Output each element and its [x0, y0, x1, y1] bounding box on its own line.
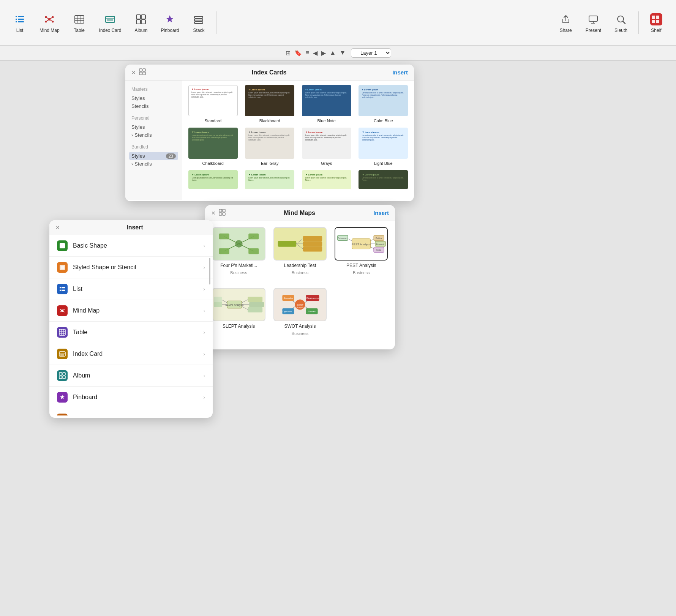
toolbar-list[interactable]: List	[8, 9, 32, 36]
stack-icon-insert	[57, 414, 68, 415]
ic-sidebar-stencils[interactable]: Stencils	[129, 102, 178, 110]
insert-item-mind-map[interactable]: Mind Map ›	[49, 300, 213, 322]
ic-sidebar-styles[interactable]: Styles	[129, 94, 178, 102]
ic-thumb-bluenote: ● Lorem ipsum Lorem ipsum dolor sit amet…	[302, 85, 351, 116]
svg-rect-134	[59, 373, 62, 375]
ic-card-lightblue[interactable]: ▼ Lorem ipsum Lorem ipsum dolor sit amet…	[357, 128, 410, 166]
toolbar-sleuth[interactable]: Sleuth	[609, 9, 633, 36]
align-icon[interactable]: ≡	[305, 49, 310, 57]
layer-bar: ⊞ 🔖 ≡ ◀ ▶ ▲ ▼ Layer 1	[0, 46, 676, 61]
svg-text:Threats: Threats	[308, 310, 316, 313]
ic-card-bluenote[interactable]: ● Lorem ipsum Lorem ipsum dolor sit amet…	[300, 85, 353, 123]
svg-text:Opportun...: Opportun...	[283, 310, 294, 313]
mm-card-fourp[interactable]: Four P's Marketi... Business	[211, 227, 266, 282]
svg-rect-89	[249, 302, 264, 307]
ic-sidebar: Masters Styles Stencils Personal Styles …	[125, 81, 182, 200]
toolbar-indexcard[interactable]: Index Card	[94, 9, 127, 36]
insert-close[interactable]: ✕	[55, 224, 60, 231]
mm-thumb-fourp	[212, 227, 265, 261]
insert-item-stack[interactable]: Stack ›	[49, 408, 213, 415]
svg-rect-56	[248, 234, 259, 240]
ic-card-earlgray[interactable]: ▼ Lorem ipsum Lorem ipsum dolor sit amet…	[244, 128, 296, 166]
insert-table-label: Table	[73, 329, 198, 336]
toolbar-table-label: Table	[74, 28, 85, 33]
svg-rect-117	[62, 289, 65, 289]
insert-index-card-chevron: ›	[203, 351, 205, 357]
list-icon-insert	[57, 284, 68, 294]
ic-card-standard[interactable]: ▼ Lorem ipsum Lorem ipsum dolor sit amet…	[187, 85, 239, 123]
mm-card-swot[interactable]: SWOT Analysis Strengths Weaknesses Oppor…	[272, 288, 327, 343]
ic-card-calmblue[interactable]: ● Lorem ipsum Lorem ipsum dolor sit amet…	[357, 85, 410, 123]
ic-sidebar-personal-stencils[interactable]: ›Stencils	[129, 131, 178, 139]
ic-card-r3a[interactable]: ▼ Lorem ipsum Lorem ipsum dolor sit amet…	[187, 170, 239, 189]
insert-item-list[interactable]: List ›	[49, 278, 213, 300]
ic-card-r3d[interactable]: ▼ Lorem ipsum Lorem ipsum dolor sit amet…	[357, 170, 410, 189]
mind-map-icon-insert	[57, 305, 68, 316]
toolbar-stack[interactable]: Stack	[186, 9, 211, 36]
svg-rect-30	[194, 22, 203, 24]
down-icon[interactable]: ▼	[339, 49, 346, 57]
split-view-icon[interactable]: ⊞	[285, 49, 291, 57]
insert-album-chevron: ›	[203, 373, 205, 379]
toolbar-pinboard[interactable]: Pinboard	[155, 9, 184, 36]
ic-content: ▼ Lorem ipsum Lorem ipsum dolor sit amet…	[182, 81, 414, 200]
scroll-indicator[interactable]	[209, 258, 210, 284]
svg-rect-114	[60, 287, 61, 288]
next-icon[interactable]: ▶	[321, 49, 327, 57]
mm-card-slept[interactable]: SLEPT Analysis SLEPT Analysis	[211, 288, 266, 343]
insert-title: Insert	[63, 224, 207, 231]
basic-shape-icon	[57, 240, 68, 251]
insert-item-album[interactable]: Album ›	[49, 365, 213, 387]
prev-icon[interactable]: ◀	[312, 49, 318, 57]
bookmark-icon[interactable]: 🔖	[294, 49, 303, 57]
ic-card-r3b[interactable]: ▼ Lorem ipsum Lorem ipsum dolor sit amet…	[244, 170, 296, 189]
svg-rect-40	[656, 20, 659, 23]
mind-maps-insert[interactable]: Insert	[373, 210, 389, 216]
ic-thumb-lightblue: ▼ Lorem ipsum Lorem ipsum dolor sit amet…	[359, 128, 408, 159]
insert-item-pinboard[interactable]: Pinboard ›	[49, 387, 213, 408]
ic-grid: ▼ Lorem ipsum Lorem ipsum dolor sit amet…	[187, 85, 409, 189]
up-icon[interactable]: ▲	[329, 49, 336, 57]
ic-card-r3c[interactable]: ▼ Lorem ipsum Lorem ipsum dolor sit amet…	[300, 170, 353, 189]
toolbar-album[interactable]: Album	[129, 9, 153, 36]
svg-rect-43	[139, 72, 142, 75]
ic-card-blackboard[interactable]: ● Lorem ipsum Lorem ipsum dolor sit amet…	[244, 85, 296, 123]
ic-thumb-r3d: ▼ Lorem ipsum Lorem ipsum dolor sit amet…	[359, 170, 408, 189]
insert-item-table[interactable]: Table ›	[49, 322, 213, 343]
index-cards-insert[interactable]: Insert	[392, 69, 408, 76]
toolbar-table[interactable]: Table	[67, 9, 92, 36]
svg-rect-94	[214, 302, 222, 307]
layer-tools-left: ⊞ 🔖 ≡ ◀ ▶ ▲ ▼	[285, 49, 346, 57]
insert-list-label: List	[73, 286, 198, 292]
indexcard-icon	[103, 13, 117, 26]
ic-sidebar-personal-styles[interactable]: Styles	[129, 123, 178, 131]
layer-select[interactable]: Layer 1	[351, 48, 391, 58]
toolbar-share[interactable]: Share	[554, 9, 578, 36]
insert-item-index-card[interactable]: Index Card ›	[49, 343, 213, 365]
mind-maps-close[interactable]: ✕	[211, 210, 216, 216]
svg-rect-119	[62, 290, 65, 291]
index-cards-close[interactable]: ✕	[131, 69, 136, 76]
insert-item-styled-shape[interactable]: Styled Shape or Stencil ›	[49, 257, 213, 278]
mm-card-fourp-name: Four P's Marketi...	[220, 263, 257, 268]
toolbar-mindmap[interactable]: Mind Map	[34, 9, 65, 36]
mind-maps-expand[interactable]	[219, 209, 226, 217]
svg-rect-3	[18, 19, 24, 20]
ic-card-chalkboard[interactable]: ▼ Lorem ipsum Lorem ipsum dolor sit amet…	[187, 128, 239, 166]
mm-card-leadership[interactable]: Leadership Test Business	[272, 227, 327, 282]
svg-rect-135	[63, 373, 65, 375]
insert-item-basic-shape[interactable]: Basic Shape ›	[49, 235, 213, 257]
ic-card-grays[interactable]: ▼ Lorem ipsum Lorem ipsum dolor sit amet…	[300, 128, 353, 166]
ic-sidebar-bundled-styles[interactable]: Styles 23	[129, 152, 178, 160]
ic-card-lightblue-label: Light Blue	[374, 161, 393, 166]
mm-card-pest[interactable]: PEST Analysis Political Economic Social …	[334, 227, 389, 282]
ic-sidebar-bundled-stencils[interactable]: ›Stencils	[129, 160, 178, 168]
insert-mind-map-label: Mind Map	[73, 307, 198, 314]
ic-masters-title: Masters	[129, 86, 178, 93]
svg-rect-4	[16, 21, 17, 22]
index-cards-expand[interactable]	[139, 68, 146, 76]
toolbar-present[interactable]: Present	[580, 9, 607, 36]
ic-thumb-r3b: ▼ Lorem ipsum Lorem ipsum dolor sit amet…	[245, 170, 294, 189]
toolbar-shelf[interactable]: Shelf	[644, 9, 668, 36]
svg-rect-66	[303, 246, 322, 252]
